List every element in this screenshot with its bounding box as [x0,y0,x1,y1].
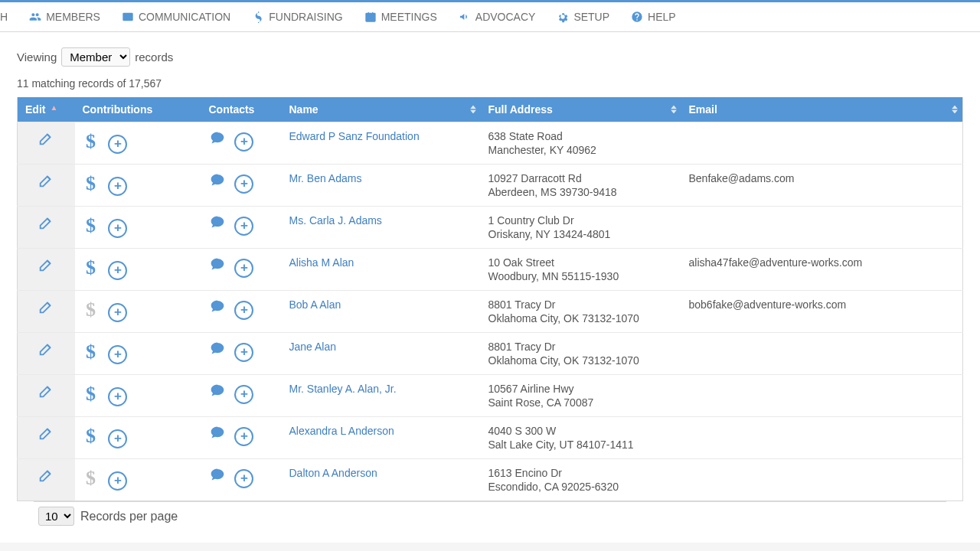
add-contact-icon[interactable]: + [234,301,253,320]
per-page-select[interactable]: 10 [38,507,74,526]
add-contact-icon[interactable]: + [234,132,253,152]
col-header-contacts[interactable]: Contacts [201,97,282,122]
address-line2: Escondido, CA 92025-6320 [488,481,674,493]
add-contact-icon[interactable]: + [234,427,253,446]
record-type-select[interactable]: Member [61,47,130,67]
col-header-label: Edit [25,103,45,116]
member-name-link[interactable]: Jane Alan [289,341,337,353]
nav-setup[interactable]: SETUP [552,8,614,26]
member-name-link[interactable]: Edward P Sanz Foundation [289,130,420,142]
edit-icon[interactable] [38,341,54,357]
chat-icon[interactable] [209,467,226,482]
add-contact-icon[interactable]: + [234,259,253,278]
dollar-icon[interactable]: $ [83,467,100,490]
chat-icon[interactable] [209,256,226,272]
dollar-icon[interactable]: $ [83,383,100,406]
add-contribution-icon[interactable]: + [108,177,127,196]
dollar-icon [252,11,264,23]
address-line1: 638 State Road [488,130,674,142]
member-name-link[interactable]: Alisha M Alan [289,256,354,269]
address-line2: Oklahoma City, OK 73132-1070 [488,354,674,367]
nav-help[interactable]: HELP [626,8,681,26]
nav-advocacy[interactable]: ADVOCACY [454,8,541,26]
nav-fundraising[interactable]: FUNDRAISING [247,8,347,26]
member-name-link[interactable]: Dalton A Anderson [289,467,377,479]
nav-label: H [0,11,8,23]
dollar-icon[interactable]: $ [83,341,100,364]
col-header-email[interactable]: Email [681,97,963,122]
chat-icon[interactable] [209,425,226,440]
dollar-icon[interactable]: $ [83,256,100,279]
add-contribution-icon[interactable]: + [108,135,127,154]
edit-icon[interactable] [38,130,54,147]
add-contact-icon[interactable]: + [234,343,253,362]
add-contribution-icon[interactable]: + [108,261,127,280]
add-contribution-icon[interactable]: + [108,387,127,406]
address-line2: Oklahoma City, OK 73132-1070 [488,312,674,324]
table-row: $ + + Alexandra L Anderson 4040 S 300 W … [18,417,963,459]
add-contribution-icon[interactable]: + [108,345,127,364]
top-nav: H MEMBERS COMMUNICATION FUNDRAISING MEET… [0,0,980,32]
col-header-edit[interactable]: Edit▲ [18,97,75,122]
edit-icon[interactable] [38,172,54,189]
address-line1: 10567 Airline Hwy [488,383,674,395]
dollar-icon[interactable]: $ [83,214,100,237]
nav-members[interactable]: MEMBERS [24,8,105,26]
add-contact-icon[interactable]: + [234,217,253,236]
nav-label: MEMBERS [46,11,100,23]
chat-icon[interactable] [209,172,226,187]
nav-label: HELP [648,11,676,23]
chat-icon[interactable] [209,130,226,145]
col-header-label: Full Address [488,103,553,116]
edit-icon[interactable] [38,425,54,442]
address-line1: 4040 S 300 W [488,425,674,437]
chat-icon[interactable] [209,383,226,398]
chat-icon[interactable] [209,341,226,356]
add-contact-icon[interactable]: + [234,385,253,404]
chat-icon[interactable] [209,214,226,230]
add-contribution-icon[interactable]: + [108,429,127,448]
edit-icon[interactable] [38,256,54,273]
col-header-full-address[interactable]: Full Address [481,97,681,122]
email-text: Benfake@adams.com [689,172,795,184]
table-row: $ + + Ms. Carla J. Adams 1 Country Club … [18,207,963,249]
member-name-link[interactable]: Mr. Ben Adams [289,172,362,184]
nav-label: ADVOCACY [475,11,536,23]
col-header-name[interactable]: Name [282,97,481,122]
member-name-link[interactable]: Alexandra L Anderson [289,425,394,437]
users-icon [29,11,41,23]
table-row: $ + + Mr. Ben Adams 10927 Darracott Rd A… [18,165,963,207]
edit-icon[interactable] [38,214,54,231]
chat-icon[interactable] [209,298,226,314]
address-line1: 8801 Tracy Dr [488,341,674,353]
member-name-link[interactable]: Mr. Stanley A. Alan, Jr. [289,383,397,395]
email-text: alisha47fake@adventure-works.com [689,256,863,269]
nav-search-fragment[interactable]: H [0,8,12,26]
edit-icon[interactable] [38,467,54,484]
add-contact-icon[interactable]: + [234,174,253,194]
address-line1: 8801 Tracy Dr [488,298,674,311]
edit-icon[interactable] [38,298,54,315]
address-line2: Woodbury, MN 55115-1930 [488,270,674,282]
table-row: $ + + Edward P Sanz Foundation 638 State… [18,122,963,165]
add-contribution-icon[interactable]: + [108,303,127,322]
address-line2: Oriskany, NY 13424-4801 [488,228,674,240]
member-name-link[interactable]: Bob A Alan [289,298,341,311]
dollar-icon[interactable]: $ [83,172,100,195]
nav-label: COMMUNICATION [139,11,230,23]
nav-communication[interactable]: COMMUNICATION [117,8,235,26]
table-row: $ + + Jane Alan 8801 Tracy Dr Oklahoma C… [18,333,963,375]
dollar-icon[interactable]: $ [83,298,100,321]
dollar-icon[interactable]: $ [83,130,100,153]
sort-asc-icon: ▲ [50,103,57,112]
dollar-icon[interactable]: $ [83,425,100,448]
col-header-contributions[interactable]: Contributions [75,97,201,122]
member-name-link[interactable]: Ms. Carla J. Adams [289,214,382,227]
nav-meetings[interactable]: MEETINGS [360,8,442,26]
add-contribution-icon[interactable]: + [108,471,127,491]
edit-icon[interactable] [38,383,54,399]
envelope-icon [122,11,134,23]
question-icon [631,11,643,23]
add-contact-icon[interactable]: + [234,469,253,488]
add-contribution-icon[interactable]: + [108,219,127,238]
